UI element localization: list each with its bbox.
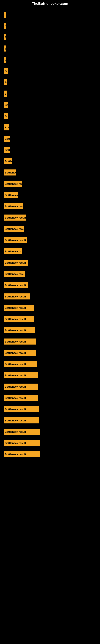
bar-label: Bottleneck result: [4, 282, 28, 288]
bar-row: Bottleneck result: [4, 381, 96, 392]
bar-label: Bott: [4, 147, 10, 153]
bar-label: Bottleneck re: [4, 248, 22, 254]
bar-label: [4, 12, 6, 18]
bar-row: Bottle: [4, 156, 96, 166]
bar-label: E: [4, 57, 6, 63]
bar-row: Bo: [4, 100, 96, 110]
bar-row: B: [4, 43, 96, 54]
bar-row: Bottleneck re: [4, 246, 96, 256]
bar-label: Bottleneck res: [4, 181, 22, 187]
bar-label: Bottle: [4, 158, 12, 164]
bar-label: Bottleneck result: [4, 327, 35, 333]
bar-row: Bottleneck result: [4, 348, 96, 358]
bar-label: Bottleneck result: [4, 361, 37, 367]
bar-row: E: [4, 54, 96, 65]
bar-row: [4, 10, 96, 20]
bar-row: Bottleneck result: [4, 415, 96, 426]
bar-label: Bottleneck result: [4, 237, 27, 243]
bar-label: Bottleneck: [4, 192, 18, 198]
bar-row: Bottleneck result: [4, 280, 96, 290]
bar-label: Bottleneck resu: [4, 203, 23, 209]
bar-row: Bottleneck res: [4, 178, 96, 189]
bar-row: Bottleneck result: [4, 212, 96, 223]
bar-row: Bottleneck result: [4, 370, 96, 380]
bar-row: Bottleneck result: [4, 336, 96, 347]
bar-row: B: [4, 77, 96, 88]
bar-row: Bottleneck result: [4, 359, 96, 369]
bar-label: Bottleneck result: [4, 440, 40, 446]
bar-label: Bottleneck result: [4, 294, 30, 300]
bar-label: Bottleneck result: [4, 395, 38, 401]
bar-row: Bottleneck result: [4, 235, 96, 245]
bar-label: Bo: [4, 102, 8, 108]
bar-label: Bottleneck result: [4, 214, 26, 220]
bar-label: Bott: [4, 136, 10, 142]
bar-row: Bottleneck result: [4, 438, 96, 448]
bar-label: Bot: [4, 124, 9, 130]
bar-label: Bo: [4, 68, 8, 74]
bar-label: F: [4, 23, 6, 29]
bar-label: Bottleneck result: [4, 305, 34, 311]
bar-label: Bottleneck result: [4, 316, 34, 322]
bar-label: Bottleneck result: [4, 338, 36, 344]
bars-container: FEBEBoBBBoBoBotBottBottBottleBottlenecBo…: [0, 8, 100, 462]
bar-label: Bottleneck result: [4, 429, 40, 435]
bar-label: B: [4, 46, 6, 52]
bar-row: Bottleneck resu: [4, 201, 96, 212]
bar-row: Bottleneck resu: [4, 224, 96, 234]
bar-row: Bottleneck result: [4, 258, 96, 268]
bar-row: Bottleneck result: [4, 449, 96, 460]
bar-label: Bottleneck result: [4, 451, 40, 457]
bar-row: Bottleneck result: [4, 325, 96, 336]
bar-row: Bottleneck result: [4, 291, 96, 302]
bar-label: Bottleneck resu: [4, 271, 25, 277]
bar-row: Bottleneck result: [4, 302, 96, 313]
bar-label: B: [4, 79, 7, 85]
bar-row: Bottleneck result: [4, 314, 96, 324]
bar-label: B: [4, 90, 7, 96]
bar-label: Bottleneck result: [4, 350, 36, 356]
bar-label: E: [4, 34, 6, 40]
bar-row: Bottleneck: [4, 190, 96, 200]
bar-row: Bo: [4, 66, 96, 76]
bar-label: Bottleneck result: [4, 384, 38, 390]
bar-label: Bottleneck result: [4, 406, 39, 412]
bar-row: F: [4, 21, 96, 31]
bar-row: Bott: [4, 134, 96, 144]
bar-row: Bottleneck resu: [4, 269, 96, 279]
bar-label: Bottleneck resu: [4, 226, 24, 232]
bar-label: Bottleneck result: [4, 418, 39, 424]
bar-label: Bottlenec: [4, 170, 16, 176]
bar-row: Bottleneck result: [4, 404, 96, 414]
bar-row: E: [4, 32, 96, 42]
bar-row: Bott: [4, 145, 96, 155]
bar-row: Bottleneck result: [4, 426, 96, 437]
bar-row: Bot: [4, 122, 96, 132]
bar-label: Bo: [4, 113, 8, 119]
bar-row: Bottleneck result: [4, 393, 96, 403]
bar-label: Bottleneck result: [4, 260, 28, 266]
site-title: TheBottlenecker.com: [0, 0, 100, 8]
bar-row: Bo: [4, 111, 96, 121]
bar-row: B: [4, 88, 96, 99]
bar-label: Bottleneck result: [4, 372, 38, 378]
bar-row: Bottlenec: [4, 167, 96, 178]
